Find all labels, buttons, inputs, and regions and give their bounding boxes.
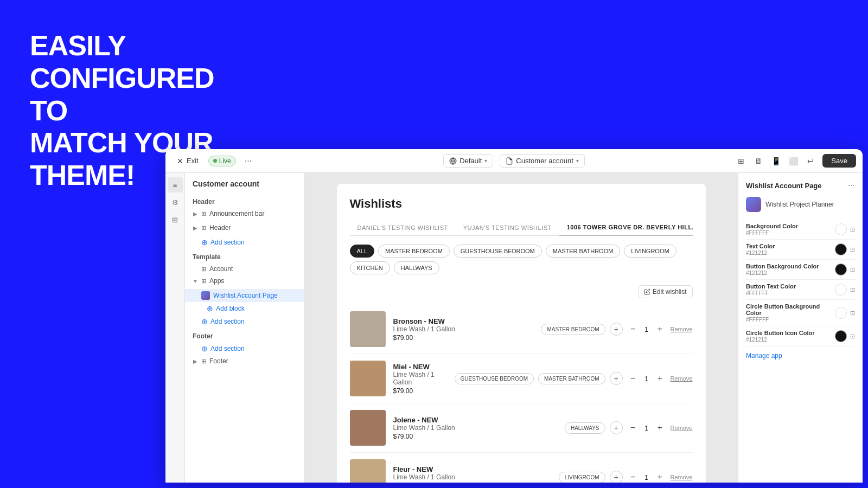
add-room-button-bronson[interactable]: + [610, 323, 623, 336]
edit-wishlist-button[interactable]: Edit wishlist [638, 285, 693, 298]
announcement-bar-header[interactable]: ▶ ⊞ Announcement bar [185, 208, 304, 220]
text-color-copy[interactable]: ⊡ [850, 246, 855, 253]
default-dropdown[interactable]: Default ▾ [443, 154, 493, 168]
pill-guesthouse-bedroom[interactable]: GUESTHOUSE BEDROOM [454, 245, 542, 258]
main-body: ≡ ⚙ ⊞ Customer account Header ▶ ⊞ Announ… [165, 173, 863, 483]
product-row-bronson: Bronson - NEW Lime Wash / 1 Gallon $79.0… [350, 305, 693, 354]
save-button[interactable]: Save [822, 154, 856, 168]
background-color-swatch[interactable] [835, 223, 847, 235]
pill-kitchen[interactable]: KITCHEN [350, 261, 390, 274]
room-tag-fleur: LIVINGROOM [559, 472, 605, 483]
pill-all[interactable]: ALL [350, 245, 375, 258]
add-room-button-fleur[interactable]: + [610, 471, 623, 483]
apps-icon[interactable]: ⊞ [168, 212, 183, 227]
manage-app-link[interactable]: Manage app [746, 352, 855, 359]
circle-btn-bg-color-swatch[interactable] [835, 307, 847, 319]
product-image-fleur [350, 459, 386, 483]
account-item[interactable]: ⊞ Account [185, 263, 304, 275]
tab-tower-grove[interactable]: 1006 TOWER GROVE DR. BEVERLY HILL... [559, 220, 693, 236]
circle-btn-bg-color-label: Circle Button Background Color [746, 303, 835, 316]
qty-increase-miel[interactable]: + [654, 373, 666, 384]
add-room-button-jolene[interactable]: + [610, 421, 623, 434]
add-room-button-miel[interactable]: + [610, 372, 623, 385]
button-bg-color-swatch[interactable] [835, 264, 847, 275]
qty-value-jolene: 1 [642, 424, 651, 432]
circle-btn-bg-color-hex: #FFFFFF [746, 317, 835, 323]
header-section-header[interactable]: ▶ ⊞ Header [185, 222, 304, 234]
qty-decrease-jolene[interactable]: − [627, 422, 639, 434]
qty-decrease-miel[interactable]: − [627, 373, 639, 384]
footer-add-section-button[interactable]: ⊕ Add section [185, 342, 304, 355]
tab-yujans[interactable]: YUJAN'S TESTING WISHLIST [456, 220, 559, 235]
button-text-color-copy[interactable]: ⊡ [850, 286, 855, 293]
undo-icon[interactable]: ↩ [803, 153, 818, 169]
remove-button-fleur[interactable]: Remove [671, 474, 693, 480]
wishlist-account-page-item[interactable]: Wishlist Account Page [185, 289, 304, 302]
circle-btn-icon-color-hex: #121212 [746, 337, 815, 343]
apps-section-header[interactable]: ▼ ⊞ Apps [185, 275, 304, 287]
customer-account-dropdown[interactable]: Customer account ▾ [500, 154, 585, 168]
announcement-bar-section: ▶ ⊞ Announcement bar [185, 208, 304, 220]
add-block-button[interactable]: ⊕ Add block [185, 302, 304, 315]
remove-button-jolene[interactable]: Remove [671, 425, 693, 431]
button-text-color-row: Button Text Color #FFFFFF ⊡ [746, 280, 855, 300]
room-tag-miel-1: GUESTHOUSE BEDROOM [455, 373, 534, 384]
button-bg-color-row: Button Background Color #121212 ⊡ [746, 260, 855, 280]
button-text-color-swatch[interactable] [835, 284, 847, 296]
product-variant-miel: Lime Wash / 1 Gallon [393, 371, 447, 386]
tab-daniels[interactable]: DANIEL'S TESTING WISHLIST [350, 220, 456, 235]
qty-decrease-fleur[interactable]: − [627, 471, 639, 483]
product-name-miel: Miel - NEW [393, 363, 447, 371]
qty-value-miel: 1 [642, 375, 651, 383]
sidebar-page-title: Customer account [185, 179, 304, 194]
toolbar-center: Default ▾ Customer account ▾ [345, 154, 683, 168]
qty-decrease-bronson[interactable]: − [627, 323, 639, 335]
product-info-fleur: Fleur - NEW Lime Wash / 1 Gallon $79.00 [393, 465, 551, 483]
pill-livingroom[interactable]: LIVINGROOM [624, 245, 676, 258]
layers-icon[interactable]: ≡ [168, 177, 183, 192]
pill-hallways[interactable]: HALLWAYS [394, 261, 439, 274]
pill-master-bathroom[interactable]: MASTER BATHROOM [546, 245, 621, 258]
remove-button-bronson[interactable]: Remove [671, 326, 693, 332]
pill-master-bedroom[interactable]: MASTER BEDROOM [378, 245, 450, 258]
product-variant-bronson: Lime Wash / 1 Gallon [393, 325, 534, 333]
desktop-icon[interactable]: 🖥 [751, 153, 766, 169]
grid-icon: ⊞ [201, 358, 206, 365]
remove-button-miel[interactable]: Remove [671, 375, 693, 382]
product-price-bronson: $79.00 [393, 334, 534, 342]
room-tag-bronson: MASTER BEDROOM [541, 324, 605, 335]
category-pills: ALL MASTER BEDROOM GUESTHOUSE BEDROOM MA… [350, 245, 693, 274]
exit-button[interactable]: Exit [172, 155, 203, 167]
qty-control-bronson: − 1 + [627, 323, 666, 335]
product-actions-bronson: MASTER BEDROOM + − 1 + Remove [541, 323, 692, 336]
expand-icon[interactable]: ⬜ [786, 153, 801, 169]
circle-btn-icon-color-copy[interactable]: ⊡ [850, 333, 855, 340]
product-actions-jolene: HALLWAYS + − 1 + Remove [565, 421, 693, 434]
product-price-jolene: $79.00 [393, 433, 557, 440]
text-color-swatch[interactable] [835, 243, 847, 255]
wishlist-icon [201, 291, 210, 300]
add-section-1-button[interactable]: ⊕ Add section [185, 236, 304, 249]
settings-icon[interactable]: ⚙ [168, 195, 183, 210]
right-panel-more-button[interactable]: ··· [848, 181, 855, 190]
product-price-miel: $79.00 [393, 387, 447, 395]
qty-increase-bronson[interactable]: + [654, 323, 666, 335]
circle-btn-bg-color-copy[interactable]: ⊡ [850, 310, 855, 317]
footer-item-header[interactable]: ▶ ⊞ Footer [185, 355, 304, 367]
footer-item-section: ▶ ⊞ Footer [185, 355, 304, 367]
add-section-2-button[interactable]: ⊕ Add section [185, 315, 304, 328]
more-button[interactable]: ··· [241, 155, 255, 167]
circle-btn-icon-color-swatch[interactable] [835, 330, 847, 342]
grid-view-icon[interactable]: ⊞ [733, 153, 749, 169]
tablet-icon[interactable]: 📱 [768, 153, 783, 169]
qty-control-miel: − 1 + [627, 373, 666, 384]
page-title: Wishlists [350, 197, 693, 211]
right-panel-header: Wishlist Account Page ··· [746, 181, 855, 190]
toolbar-right: ⊞ 🖥 📱 ⬜ ↩ Save [687, 153, 856, 169]
background-color-copy[interactable]: ⊡ [850, 226, 855, 233]
product-variant-fleur: Lime Wash / 1 Gallon [393, 473, 551, 481]
qty-increase-jolene[interactable]: + [654, 422, 666, 434]
product-row-miel: Miel - NEW Lime Wash / 1 Gallon $79.00 G… [350, 354, 693, 403]
qty-increase-fleur[interactable]: + [654, 471, 666, 483]
button-bg-color-copy[interactable]: ⊡ [850, 266, 855, 273]
